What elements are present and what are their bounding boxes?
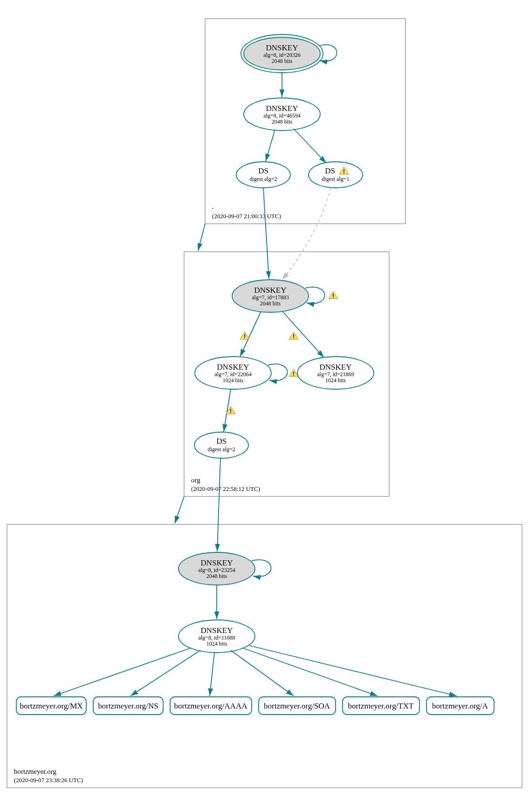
warning-icon: ! [289, 332, 298, 340]
node-root-ksk: DNSKEY alg=8, id=20326 2048 bits [241, 34, 323, 73]
warning-icon: ! [329, 291, 338, 299]
svg-text:!: ! [293, 333, 295, 340]
svg-text:DS: DS [216, 437, 227, 446]
svg-text:alg=7, id=21869: alg=7, id=21869 [317, 371, 354, 378]
svg-text:!: ! [332, 293, 334, 299]
zone-root-name: . [212, 203, 214, 210]
edge-orgds-bortzksk [217, 458, 220, 551]
zone-bortz-name: bortzmeyer.org [14, 768, 56, 775]
rrset-txt: bortzmeyer.org/TXT [343, 697, 419, 715]
svg-text:1024 bits: 1024 bits [325, 377, 346, 384]
edge-zone-org-bortz [175, 496, 184, 523]
node-bortz-zsk: DNSKEY alg=8, id=11088 1024 bits [179, 620, 255, 653]
rrset-aaaa: bortzmeyer.org/AAAA [170, 697, 252, 715]
svg-text:DNSKEY: DNSKEY [320, 363, 352, 372]
svg-text:DS: DS [325, 166, 335, 175]
zone-org-timestamp: (2020-09-07 22:58:12 UTC) [191, 485, 260, 492]
svg-text:2048 bits: 2048 bits [272, 118, 293, 125]
zone-root-timestamp: (2020-09-07 21:00:33 UTC) [212, 213, 281, 220]
zone-bortz-timestamp: (2020-09-07 23:38:26 UTC) [14, 777, 83, 784]
edge-ds2-orgksk [282, 188, 331, 280]
node-org-ksk: DNSKEY alg=7, id=17883 2048 bits [232, 280, 309, 312]
svg-text:bortzmeyer.org/TXT: bortzmeyer.org/TXT [348, 702, 414, 710]
svg-text:alg=7, id=22064: alg=7, id=22064 [214, 371, 252, 378]
svg-text:2048 bits: 2048 bits [272, 58, 293, 64]
svg-text:bortzmeyer.org/A: bortzmeyer.org/A [432, 702, 488, 710]
edge-zsk-mx [54, 648, 191, 696]
svg-text:DNSKEY: DNSKEY [254, 286, 287, 295]
svg-text:alg=8, id=20326: alg=8, id=20326 [263, 52, 301, 58]
svg-text:2048 bits: 2048 bits [260, 300, 281, 307]
rrset-soa: bortzmeyer.org/SOA [259, 697, 336, 715]
svg-point-12 [309, 162, 363, 188]
dnssec-graph: . (2020-09-07 21:00:33 UTC) DNSKEY alg=8… [0, 0, 529, 812]
edge-ds1-orgksk [263, 188, 269, 279]
svg-text:alg=7, id=17883: alg=7, id=17883 [252, 294, 289, 301]
node-org-zsk1: DNSKEY alg=7, id=22064 1024 bits [195, 357, 271, 389]
rrset-mx: bortzmeyer.org/MX [16, 697, 86, 715]
edge-zone-root-org [198, 224, 205, 251]
svg-text:alg=8, id=46594: alg=8, id=46594 [263, 112, 301, 119]
svg-text:DNSKEY: DNSKEY [266, 43, 298, 52]
svg-text:digest alg=1: digest alg=1 [322, 176, 349, 182]
svg-text:!: ! [230, 408, 232, 414]
rrset-ns: bortzmeyer.org/NS [93, 697, 163, 715]
node-org-ds: DS digest alg=2 [194, 432, 248, 458]
svg-text:digest alg=2: digest alg=2 [249, 176, 277, 182]
svg-text:bortzmeyer.org/SOA: bortzmeyer.org/SOA [264, 702, 330, 710]
svg-text:DNSKEY: DNSKEY [217, 363, 249, 372]
svg-text:bortzmeyer.org/AAAA: bortzmeyer.org/AAAA [174, 702, 248, 710]
svg-text:!: ! [343, 168, 345, 175]
edge-root-zsk-ds1 [266, 130, 275, 161]
svg-text:DS: DS [258, 166, 268, 175]
zone-org-name: org [191, 476, 200, 484]
edge-zsk-soa [231, 650, 294, 696]
svg-text:DNSKEY: DNSKEY [266, 104, 298, 113]
svg-text:bortzmeyer.org/NS: bortzmeyer.org/NS [98, 702, 158, 710]
svg-text:1024 bits: 1024 bits [206, 640, 227, 647]
node-org-zsk2: DNSKEY alg=7, id=21869 1024 bits [297, 357, 374, 389]
svg-text:alg=8, id=23254: alg=8, id=23254 [198, 567, 235, 573]
svg-text:!: ! [244, 333, 246, 340]
svg-text:DNSKEY: DNSKEY [201, 626, 233, 635]
edge-orgksk-zsk2 [282, 311, 324, 358]
edge-root-zsk-ds2 [294, 129, 326, 163]
warning-icon: ! [240, 332, 249, 340]
svg-text:bortzmeyer.org/MX: bortzmeyer.org/MX [20, 702, 82, 710]
edge-zsk-aaaa [210, 653, 214, 696]
svg-text:digest alg=2: digest alg=2 [207, 446, 235, 453]
warning-icon: ! [289, 369, 298, 377]
node-root-ds2: DS digest alg=1 ! [309, 162, 363, 188]
node-root-ds1: DS digest alg=2 [236, 162, 290, 188]
node-root-zsk: DNSKEY alg=8, id=46594 2048 bits [244, 98, 320, 131]
svg-text:!: ! [293, 371, 295, 377]
edge-zsk-a [249, 646, 457, 696]
svg-text:2048 bits: 2048 bits [206, 573, 227, 579]
svg-text:1024 bits: 1024 bits [223, 377, 244, 384]
svg-text:alg=8, id=11088: alg=8, id=11088 [198, 634, 235, 641]
node-bortz-ksk: DNSKEY alg=8, id=23254 2048 bits [179, 552, 255, 585]
rrset-a: bortzmeyer.org/A [426, 697, 494, 715]
svg-text:DNSKEY: DNSKEY [201, 558, 233, 567]
